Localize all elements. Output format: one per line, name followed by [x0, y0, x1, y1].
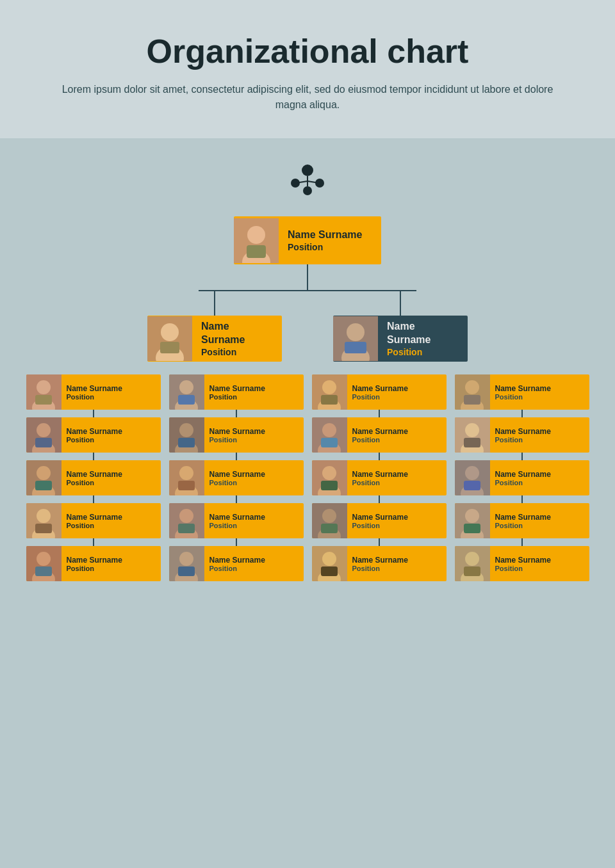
- l3-c2-r5-card[interactable]: Name Surname Position: [169, 546, 304, 581]
- l3-c4-r4-vline: [521, 538, 523, 546]
- root-photo: [234, 218, 279, 263]
- svg-point-24: [37, 423, 51, 437]
- svg-rect-50: [178, 481, 195, 490]
- l2-left-card[interactable]: Name Surname Position: [147, 316, 282, 362]
- svg-point-76: [322, 552, 336, 566]
- l3-c4-r5-wrapper: Name Surname Position: [453, 546, 591, 581]
- l3-c1-r1-pos: Position: [67, 393, 122, 401]
- l3-c1-r4-photo: [26, 503, 62, 538]
- l3-c1-r4-pos: Position: [67, 522, 122, 529]
- l2-right-card[interactable]: Name Surname Position: [333, 316, 468, 362]
- l3-c2-r1-wrapper: Name Surname Position: [167, 374, 305, 417]
- l3-c3-r5-card[interactable]: Name Surname Position: [312, 546, 447, 581]
- l3-c1-r3-text: Name Surname Position: [62, 467, 127, 489]
- l3-col-2: Name Surname Position Name Surname Posi: [167, 374, 305, 581]
- l3-c4-r2-photo: [455, 417, 490, 453]
- l3-c2-r4-vline: [236, 538, 237, 546]
- svg-point-28: [37, 466, 51, 480]
- l3-c1-r3-pos: Position: [67, 479, 122, 486]
- l3-c4-r5-text: Name Surname Position: [490, 553, 556, 575]
- l3-c3-r4-card[interactable]: Name Surname Position: [312, 503, 447, 538]
- svg-rect-42: [178, 395, 195, 405]
- l3-c4-r3-name: Name Surname: [495, 470, 551, 479]
- l3-c1-r4-card[interactable]: Name Surname Position: [26, 503, 161, 538]
- l3-c2-r2-text: Name Surname Position: [204, 424, 270, 446]
- root-card-text: Name Surname Position: [279, 223, 372, 257]
- org-logo-icon: [285, 157, 330, 205]
- l3-c2-r1-pos: Position: [209, 393, 265, 401]
- root-card[interactable]: Name Surname Position: [234, 216, 381, 264]
- svg-point-52: [179, 509, 193, 523]
- l3-c4-r3-photo: [455, 460, 490, 495]
- l3-c3-r2-vline: [379, 453, 380, 460]
- svg-rect-10: [247, 245, 266, 258]
- l3-c3-r4-photo: [312, 503, 347, 538]
- l3-c3-r2-card[interactable]: Name Surname Position: [312, 417, 447, 453]
- svg-rect-34: [35, 524, 52, 533]
- l2-right-name: Name Surname: [387, 320, 459, 347]
- l3-c2-r2-name: Name Surname: [209, 427, 265, 436]
- svg-rect-18: [345, 342, 366, 353]
- l3-c1-r5-photo: [26, 546, 62, 581]
- l3-c4-r5-card[interactable]: Name Surname Position: [455, 546, 589, 581]
- l3-c4-r5-name: Name Surname: [495, 556, 551, 565]
- l3-c1-r3-photo: [26, 460, 62, 495]
- l3-c3-r1-name: Name Surname: [352, 384, 408, 393]
- l3-c4-r2-card[interactable]: Name Surname Position: [455, 417, 589, 453]
- l3-c3-r1-photo: [312, 374, 347, 410]
- svg-point-16: [347, 323, 365, 341]
- l3-c2-r4-wrapper: Name Surname Position: [167, 503, 305, 546]
- l3-c3-r4-text: Name Surname Position: [347, 510, 413, 532]
- l3-c2-r4-card[interactable]: Name Surname Position: [169, 503, 304, 538]
- svg-rect-66: [321, 438, 338, 447]
- l3-c4-r4-card[interactable]: Name Surname Position: [455, 503, 589, 538]
- l3-c1-r5-card[interactable]: Name Surname Position: [26, 546, 161, 581]
- l3-c2-r4-pos: Position: [209, 522, 265, 529]
- l3-c2-r2-card[interactable]: Name Surname Position: [169, 417, 304, 453]
- l3-c3-r1-wrapper: Name Surname Position: [310, 374, 448, 417]
- l3-c1-r2-card[interactable]: Name Surname Position: [26, 417, 161, 453]
- svg-rect-38: [35, 567, 52, 576]
- l3-c3-r3-card[interactable]: Name Surname Position: [312, 460, 447, 495]
- l3-c2-r2-wrapper: Name Surname Position: [167, 417, 305, 460]
- l3-c4-r1-card[interactable]: Name Surname Position: [455, 374, 589, 410]
- l3-c1-r1-wrapper: Name Surname Position: [24, 374, 162, 417]
- l3-c2-r5-pos: Position: [209, 565, 265, 572]
- l3-c3-r1-card[interactable]: Name Surname Position: [312, 374, 447, 410]
- l3-c3-r3-vline: [379, 495, 380, 503]
- l3-c4-r3-vline: [521, 495, 523, 503]
- l3-c2-r3-card[interactable]: Name Surname Position: [169, 460, 304, 495]
- svg-point-40: [179, 380, 193, 394]
- l3-c3-r3-pos: Position: [352, 479, 408, 486]
- l3-c1-r3-wrapper: Name Surname Position: [24, 460, 162, 503]
- l3-c3-r4-wrapper: Name Surname Position: [310, 503, 448, 546]
- svg-point-0: [302, 165, 313, 176]
- svg-point-44: [179, 423, 193, 437]
- l3-c1-r4-vline: [93, 538, 94, 546]
- l3-c2-r4-text: Name Surname Position: [204, 510, 270, 532]
- l3-c3-r5-name: Name Surname: [352, 556, 408, 565]
- svg-rect-90: [464, 481, 480, 490]
- l3-c2-r1-card[interactable]: Name Surname Position: [169, 374, 304, 410]
- svg-rect-30: [35, 481, 52, 490]
- svg-rect-70: [321, 481, 338, 490]
- l2-right-text: Name Surname Position: [378, 316, 468, 362]
- l2-left-node: Name Surname Position: [147, 290, 282, 362]
- root-vline: [307, 264, 308, 290]
- l3-c2-r2-vline: [236, 453, 237, 460]
- l3-c2-r5-name: Name Surname: [209, 556, 265, 565]
- l3-c1-r1-name: Name Surname: [67, 384, 122, 393]
- svg-rect-98: [464, 567, 480, 576]
- l3-c1-r1-card[interactable]: Name Surname Position: [26, 374, 161, 410]
- l3-c4-r3-card[interactable]: Name Surname Position: [455, 460, 589, 495]
- l3-c3-r4-name: Name Surname: [352, 513, 408, 522]
- l3-c2-r5-wrapper: Name Surname Position: [167, 546, 305, 581]
- l3-c2-r3-wrapper: Name Surname Position: [167, 460, 305, 503]
- l3-c3-r5-pos: Position: [352, 565, 408, 572]
- l3-c2-r3-vline: [236, 495, 237, 503]
- l3-c1-r3-card[interactable]: Name Surname Position: [26, 460, 161, 495]
- l3-c2-r5-text: Name Surname Position: [204, 553, 270, 575]
- svg-rect-14: [160, 342, 179, 353]
- l3-c4-r3-pos: Position: [495, 479, 551, 486]
- l3-c2-r4-photo: [169, 503, 204, 538]
